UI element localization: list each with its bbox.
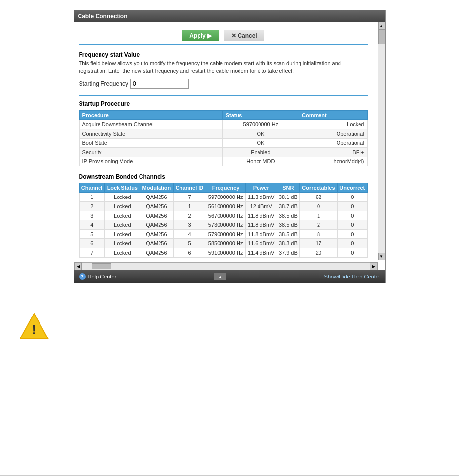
downstream-cell: 585000000 Hz xyxy=(206,238,245,248)
ds-col-snr: SNR xyxy=(277,183,299,192)
frequency-desc: This field below allows you to modify th… xyxy=(79,60,368,75)
startup-table-row: IP Provisioning ModeHonor MDDhonorMdd(4) xyxy=(79,157,367,166)
footer-up-arrow[interactable]: ▲ xyxy=(214,273,226,280)
downstream-cell: Locked xyxy=(105,211,140,220)
scrollbar-arrow-down[interactable]: ▼ xyxy=(378,253,385,260)
downstream-cell: 38.1 dB xyxy=(277,192,299,201)
downstream-cell: Locked xyxy=(105,192,140,201)
toolbar: Apply ▶ ✕ Cancel xyxy=(79,27,368,45)
downstream-cell: 0 xyxy=(337,201,367,211)
frequency-title: Frequency start Value xyxy=(79,51,368,58)
downstream-section: Downstream Bonded Channels Channel Lock … xyxy=(79,173,368,258)
downstream-cell: QAM256 xyxy=(140,220,173,229)
downstream-table-row: 3LockedQAM2562567000000 Hz11.8 dBmV38.5 … xyxy=(79,211,367,220)
downstream-cell: 11.3 dBmV xyxy=(245,192,277,201)
downstream-cell: Locked xyxy=(105,220,140,229)
downstream-cell: QAM256 xyxy=(140,248,173,257)
startup-cell: Enabled xyxy=(222,147,299,157)
downstream-cell: QAM256 xyxy=(140,201,173,211)
downstream-cell: 2 xyxy=(79,201,105,211)
svg-text:!: ! xyxy=(32,322,36,337)
downstream-cell: 2 xyxy=(300,220,338,229)
startup-table: Procedure Status Comment Acquire Downstr… xyxy=(79,110,368,166)
downstream-cell: 0 xyxy=(337,229,367,238)
show-hide-link[interactable]: Show/Hide Help Center xyxy=(324,274,380,279)
downstream-cell: 38.5 dB xyxy=(277,211,299,220)
startup-cell: Locked xyxy=(299,119,367,129)
downstream-table-row: 5LockedQAM2564579000000 Hz11.8 dBmV38.5 … xyxy=(79,229,367,238)
scrollbar-track[interactable]: ▲ ▼ xyxy=(378,22,385,260)
panel-title: Cable Connection xyxy=(78,13,128,20)
downstream-table: Channel Lock Status Modulation Channel I… xyxy=(79,183,368,258)
startup-section: Startup Procedure Procedure Status Comme… xyxy=(79,100,368,166)
outer-wrapper: Cable Connection ▲ ▼ Apply ▶ ✕ Cancel Fr… xyxy=(0,0,459,360)
downstream-table-header: Channel Lock Status Modulation Channel I… xyxy=(79,183,367,192)
startup-col-comment: Comment xyxy=(299,110,367,119)
startup-cell: Honor MDD xyxy=(222,157,299,166)
startup-cell: OK xyxy=(222,138,299,147)
downstream-cell: 597000000 Hz xyxy=(206,192,245,201)
startup-col-status: Status xyxy=(222,110,299,119)
downstream-cell: 3 xyxy=(79,211,105,220)
downstream-cell: 11.4 dBmV xyxy=(245,248,277,257)
downstream-cell: 561000000 Hz xyxy=(206,201,245,211)
downstream-cell: 0 xyxy=(337,220,367,229)
downstream-cell: 62 xyxy=(300,192,338,201)
downstream-cell: 8 xyxy=(300,229,338,238)
bottom-scrollbar[interactable]: ◀ ▶ xyxy=(74,262,378,270)
downstream-cell: 12 dBmV xyxy=(245,201,277,211)
footer-bar: ? Help Center ▲ Show/Hide Help Center xyxy=(74,270,385,283)
frequency-row: Starting Frequency xyxy=(79,79,368,89)
startup-cell: Operational xyxy=(299,129,367,138)
ds-col-lock-status: Lock Status xyxy=(105,183,140,192)
frequency-input[interactable] xyxy=(130,79,189,89)
startup-cell: Boot State xyxy=(79,138,222,147)
downstream-cell: 6 xyxy=(173,248,206,257)
downstream-table-row: 6LockedQAM2565585000000 Hz11.6 dBmV38.3 … xyxy=(79,238,367,248)
downstream-cell: Locked xyxy=(105,229,140,238)
frequency-label: Starting Frequency xyxy=(79,80,128,87)
startup-table-header: Procedure Status Comment xyxy=(79,110,367,119)
startup-cell: honorMdd(4) xyxy=(299,157,367,166)
downstream-cell: 4 xyxy=(173,229,206,238)
ds-col-correctables: Correctables xyxy=(300,183,338,192)
startup-cell: Security xyxy=(79,147,222,157)
downstream-cell: 7 xyxy=(79,248,105,257)
downstream-cell: Locked xyxy=(105,238,140,248)
ds-col-channel: Channel xyxy=(79,183,105,192)
panel-body: ▲ ▼ Apply ▶ ✕ Cancel Frequency start Val… xyxy=(74,22,385,270)
downstream-cell: 0 xyxy=(337,238,367,248)
downstream-cell: QAM256 xyxy=(140,192,173,201)
startup-table-row: SecurityEnabledBPI+ xyxy=(79,147,367,157)
apply-button[interactable]: Apply ▶ xyxy=(182,30,219,41)
frequency-section: Frequency start Value This field below a… xyxy=(79,51,368,89)
downstream-cell: QAM256 xyxy=(140,211,173,220)
downstream-cell: 38.5 dB xyxy=(277,229,299,238)
scrollbar-thumb[interactable] xyxy=(378,30,385,44)
downstream-cell: 579000000 Hz xyxy=(206,229,245,238)
scroll-thumb[interactable] xyxy=(92,263,111,269)
downstream-table-row: 2LockedQAM2561561000000 Hz12 dBmV38.7 dB… xyxy=(79,201,367,211)
downstream-cell: 38.5 dB xyxy=(277,220,299,229)
downstream-cell: 591000000 Hz xyxy=(206,248,245,257)
scroll-left-arrow[interactable]: ◀ xyxy=(74,262,82,270)
downstream-cell: QAM256 xyxy=(140,229,173,238)
downstream-cell: QAM256 xyxy=(140,238,173,248)
cancel-button[interactable]: ✕ Cancel xyxy=(224,30,264,41)
downstream-cell: 1 xyxy=(79,192,105,201)
downstream-cell: 20 xyxy=(300,248,338,257)
startup-cell: IP Provisioning Mode xyxy=(79,157,222,166)
downstream-cell: 11.8 dBmV xyxy=(245,229,277,238)
warning-section: ! xyxy=(10,303,449,351)
scrollbar-arrow-up[interactable]: ▲ xyxy=(378,22,385,30)
downstream-cell: 2 xyxy=(173,211,206,220)
startup-col-procedure: Procedure xyxy=(79,110,222,119)
downstream-cell: 11.8 dBmV xyxy=(245,220,277,229)
downstream-cell: 0 xyxy=(337,248,367,257)
startup-cell: BPI+ xyxy=(299,147,367,157)
downstream-cell: 0 xyxy=(300,201,338,211)
downstream-cell: 4 xyxy=(79,220,105,229)
startup-cell: Acquire Downstream Channel xyxy=(79,119,222,129)
scroll-right-arrow[interactable]: ▶ xyxy=(370,262,378,270)
ds-col-power: Power xyxy=(245,183,277,192)
